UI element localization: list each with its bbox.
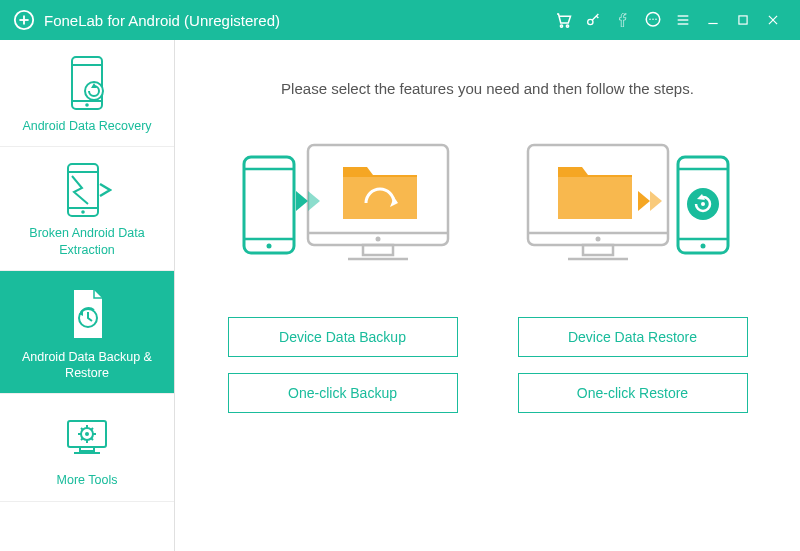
key-icon[interactable] [578, 0, 608, 40]
device-data-backup-button[interactable]: Device Data Backup [228, 317, 458, 357]
sidebar-item-label: Broken Android Data Extraction [6, 225, 168, 258]
sidebar-item-backup-restore[interactable]: Android Data Backup & Restore [0, 271, 174, 395]
phone-recover-icon [6, 54, 168, 112]
svg-point-9 [655, 19, 657, 21]
tools-icon [6, 408, 168, 466]
main-panel: Please select the features you need and … [175, 40, 800, 551]
sidebar-item-label: Android Data Recovery [6, 118, 168, 134]
minimize-button[interactable] [698, 0, 728, 40]
svg-point-33 [85, 432, 89, 436]
backup-file-icon [6, 285, 168, 343]
one-click-backup-button[interactable]: One-click Backup [228, 373, 458, 413]
sidebar-item-label: More Tools [6, 472, 168, 488]
app-window: FoneLab for Android (Unregistered) [0, 0, 800, 551]
svg-point-51 [266, 244, 271, 249]
svg-point-26 [81, 210, 85, 214]
menu-icon[interactable] [668, 0, 698, 40]
app-body: Android Data Recovery Broken Android Dat… [0, 40, 800, 551]
svg-point-20 [85, 103, 89, 107]
sidebar-item-recovery[interactable]: Android Data Recovery [0, 40, 174, 147]
button-label: One-click Backup [288, 385, 397, 401]
one-click-restore-button[interactable]: One-click Restore [518, 373, 748, 413]
svg-point-4 [566, 25, 568, 27]
svg-point-64 [700, 244, 705, 249]
sidebar-item-broken[interactable]: Broken Android Data Extraction [0, 147, 174, 271]
feature-button-grid: Device Data Backup Device Data Restore O… [228, 317, 748, 413]
close-button[interactable] [758, 0, 788, 40]
svg-point-7 [649, 19, 651, 21]
feedback-icon[interactable] [638, 0, 668, 40]
titlebar: FoneLab for Android (Unregistered) [0, 0, 800, 40]
button-label: One-click Restore [577, 385, 688, 401]
restore-illustration [518, 127, 738, 287]
svg-rect-14 [739, 16, 747, 24]
facebook-icon[interactable] [608, 0, 638, 40]
device-data-restore-button[interactable]: Device Data Restore [518, 317, 748, 357]
svg-line-39 [91, 438, 93, 440]
sidebar: Android Data Recovery Broken Android Dat… [0, 40, 175, 551]
app-logo-icon [12, 8, 36, 32]
illustration-row [238, 127, 738, 287]
backup-illustration [238, 127, 458, 287]
maximize-button[interactable] [728, 0, 758, 40]
svg-rect-30 [80, 447, 94, 451]
svg-line-41 [81, 438, 83, 440]
sidebar-item-more-tools[interactable]: More Tools [0, 394, 174, 501]
svg-rect-45 [363, 245, 393, 255]
svg-line-38 [81, 428, 83, 430]
app-title: FoneLab for Android (Unregistered) [44, 12, 280, 29]
svg-rect-57 [583, 245, 613, 255]
broken-phone-icon [6, 161, 168, 219]
cart-icon[interactable] [548, 0, 578, 40]
instruction-text: Please select the features you need and … [281, 80, 694, 97]
sidebar-item-label: Android Data Backup & Restore [6, 349, 168, 382]
svg-point-44 [375, 237, 380, 242]
button-label: Device Data Restore [568, 329, 697, 345]
button-label: Device Data Backup [279, 329, 406, 345]
svg-point-8 [652, 19, 654, 21]
svg-marker-52 [296, 191, 308, 211]
svg-point-5 [588, 19, 593, 24]
svg-point-3 [560, 25, 562, 27]
svg-point-67 [701, 202, 705, 206]
svg-line-40 [91, 428, 93, 430]
svg-point-56 [595, 237, 600, 242]
